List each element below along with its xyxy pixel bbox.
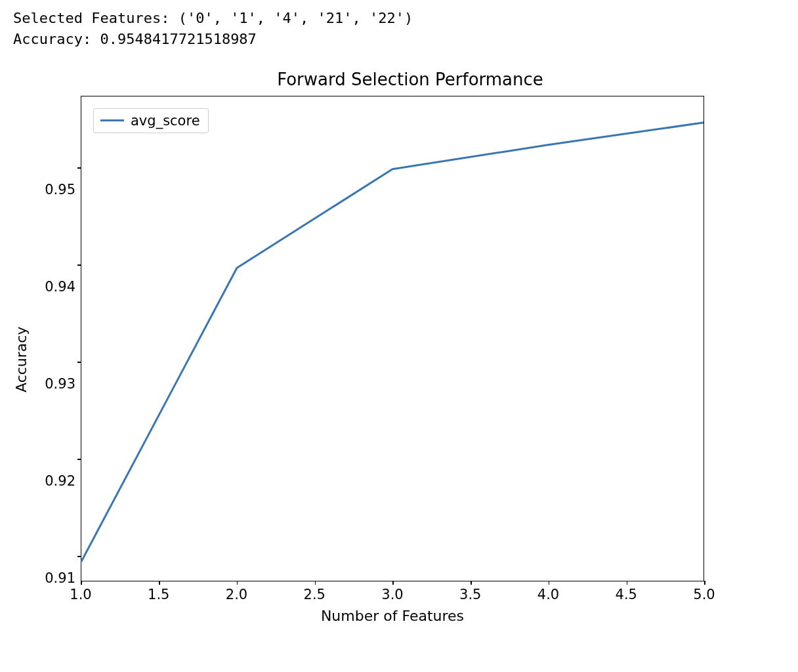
x-tick-label: 1.5 bbox=[148, 587, 169, 602]
chart-title: Forward Selection Performance bbox=[85, 70, 735, 89]
chart-container: Forward Selection Performance Accuracy 0… bbox=[13, 70, 735, 624]
console-output: Selected Features: ('0', '1', '4', '21',… bbox=[13, 8, 785, 50]
y-axis-label: Accuracy bbox=[13, 117, 30, 602]
console-line-1: Selected Features: ('0', '1', '4', '21',… bbox=[13, 10, 413, 26]
x-tick-label: 4.5 bbox=[616, 587, 637, 602]
y-axis-ticks: 0.910.920.930.940.95 bbox=[35, 117, 81, 602]
y-tick-mark bbox=[77, 264, 81, 266]
plot-area: avg_score bbox=[81, 96, 704, 581]
x-tick-label: 3.0 bbox=[381, 587, 403, 602]
x-tick-mark bbox=[704, 581, 705, 585]
x-tick-label: 1.0 bbox=[70, 587, 91, 602]
y-tick-label: 0.94 bbox=[45, 279, 81, 295]
y-tick-mark bbox=[77, 556, 81, 557]
x-tick-label: 2.0 bbox=[226, 587, 247, 602]
y-tick-label: 0.91 bbox=[45, 570, 81, 586]
y-tick-label: 0.93 bbox=[45, 376, 81, 392]
x-axis-ticks: 1.01.52.02.53.03.54.04.55.0 bbox=[81, 581, 704, 601]
x-tick-label: 5.0 bbox=[693, 587, 715, 602]
y-tick-mark bbox=[77, 167, 81, 169]
y-tick-mark bbox=[77, 459, 81, 460]
line-plot-svg bbox=[81, 96, 704, 581]
x-tick-label: 3.5 bbox=[459, 587, 481, 602]
x-tick-label: 4.0 bbox=[537, 587, 559, 602]
x-axis-label: Number of Features bbox=[81, 608, 704, 624]
y-tick-label: 0.92 bbox=[45, 473, 81, 489]
x-tick-label: 2.5 bbox=[304, 587, 326, 602]
console-line-2: Accuracy: 0.9548417721518987 bbox=[13, 31, 257, 47]
data-line bbox=[81, 123, 704, 562]
y-tick-label: 0.95 bbox=[45, 182, 81, 198]
y-tick-mark bbox=[77, 362, 81, 363]
